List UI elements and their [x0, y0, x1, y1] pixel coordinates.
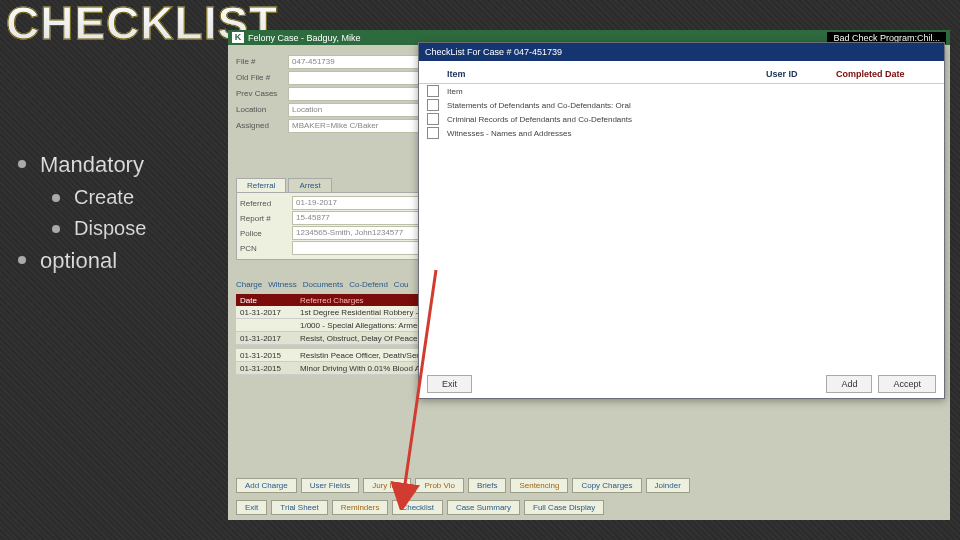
case-summary-button[interactable]: Case Summary	[447, 500, 520, 515]
add-charge-button[interactable]: Add Charge	[236, 478, 297, 493]
tab-charge[interactable]: Charge	[236, 280, 262, 289]
charge-tabs: Charge Witness Documents Co-Defend Cou	[236, 280, 409, 289]
oldfile-label: Old File #	[236, 73, 288, 82]
bullet-optional: optional	[40, 246, 117, 276]
pcn-label: PCN	[240, 244, 292, 253]
charge-date: 01-31-2017	[236, 308, 296, 317]
police-label: Police	[240, 229, 292, 238]
file-value[interactable]: 047-451739	[288, 55, 426, 69]
col-userid: User ID	[766, 69, 836, 79]
tab-referral[interactable]: Referral	[236, 178, 286, 192]
app-window: K Felony Case - Badguy, Mike Bad Check P…	[228, 30, 950, 520]
assigned-value[interactable]: MBAKER=Mike C/Baker	[288, 119, 426, 133]
prob-vio-button[interactable]: Prob Vio	[415, 478, 464, 493]
briefs-button[interactable]: Briefs	[468, 478, 506, 493]
button-row-mid: Add Charge User Fields Jury Inst Prob Vi…	[236, 478, 690, 493]
bullet-mandatory: Mandatory	[40, 150, 144, 180]
sentencing-button[interactable]: Sentencing	[510, 478, 568, 493]
referred-label: Referred	[240, 199, 292, 208]
modal-title: CheckList For Case # 047-451739	[419, 43, 944, 61]
charge-date: 01-31-2015	[236, 351, 296, 360]
prevcases-label: Prev Cases	[236, 89, 288, 98]
location-label: Location	[236, 105, 288, 114]
checklist-item[interactable]: Statements of Defendants and Co-Defendan…	[447, 101, 631, 110]
full-case-display-button[interactable]: Full Case Display	[524, 500, 604, 515]
checkbox-icon[interactable]	[427, 99, 439, 111]
col-date: Date	[236, 296, 296, 305]
trial-sheet-button[interactable]: Trial Sheet	[271, 500, 327, 515]
modal-accept-button[interactable]: Accept	[878, 375, 936, 393]
location-value[interactable]: Location	[288, 103, 426, 117]
modal-exit-button[interactable]: Exit	[427, 375, 472, 393]
checkbox-icon[interactable]	[427, 113, 439, 125]
charge-date: 01-31-2017	[236, 334, 296, 343]
tab-documents[interactable]: Documents	[303, 280, 343, 289]
user-fields-button[interactable]: User Fields	[301, 478, 359, 493]
tab-arrest[interactable]: Arrest	[288, 178, 331, 192]
case-title: Felony Case - Badguy, Mike	[248, 33, 360, 43]
checklist-button[interactable]: Checklist	[392, 500, 442, 515]
exit-button[interactable]: Exit	[236, 500, 267, 515]
tab-cou[interactable]: Cou	[394, 280, 409, 289]
col-item: Item	[447, 69, 766, 79]
app-icon: K	[232, 32, 244, 43]
tab-codefend[interactable]: Co-Defend	[349, 280, 388, 289]
report-label: Report #	[240, 214, 292, 223]
checklist-item[interactable]: Witnesses - Names and Addresses	[447, 129, 572, 138]
assigned-label: Assigned	[236, 121, 288, 130]
checklist-item[interactable]: Item	[447, 87, 463, 96]
case-fields: File #047-451739 Old File # Prev Cases L…	[236, 54, 426, 134]
oldfile-value[interactable]	[288, 71, 426, 85]
prevcases-value[interactable]	[288, 87, 426, 101]
checkbox-icon[interactable]	[427, 127, 439, 139]
copy-charges-button[interactable]: Copy Charges	[572, 478, 641, 493]
button-row-bottom: Exit Trial Sheet Reminders Checklist Cas…	[236, 500, 604, 515]
tab-witness[interactable]: Witness	[268, 280, 296, 289]
col-completed-date: Completed Date	[836, 69, 936, 79]
checklist-modal: CheckList For Case # 047-451739 Item Use…	[418, 42, 945, 399]
checklist-item[interactable]: Criminal Records of Defendants and Co-De…	[447, 115, 632, 124]
modal-add-button[interactable]: Add	[826, 375, 872, 393]
slide-bullets: Mandatory Create Dispose optional	[18, 150, 146, 279]
jury-inst-button[interactable]: Jury Inst	[363, 478, 411, 493]
checkbox-icon[interactable]	[427, 85, 439, 97]
bullet-create: Create	[74, 184, 134, 211]
bullet-dispose: Dispose	[74, 215, 146, 242]
charge-date: 01-31-2015	[236, 364, 296, 373]
file-label: File #	[236, 57, 288, 66]
joinder-button[interactable]: Joinder	[646, 478, 690, 493]
reminders-button[interactable]: Reminders	[332, 500, 389, 515]
